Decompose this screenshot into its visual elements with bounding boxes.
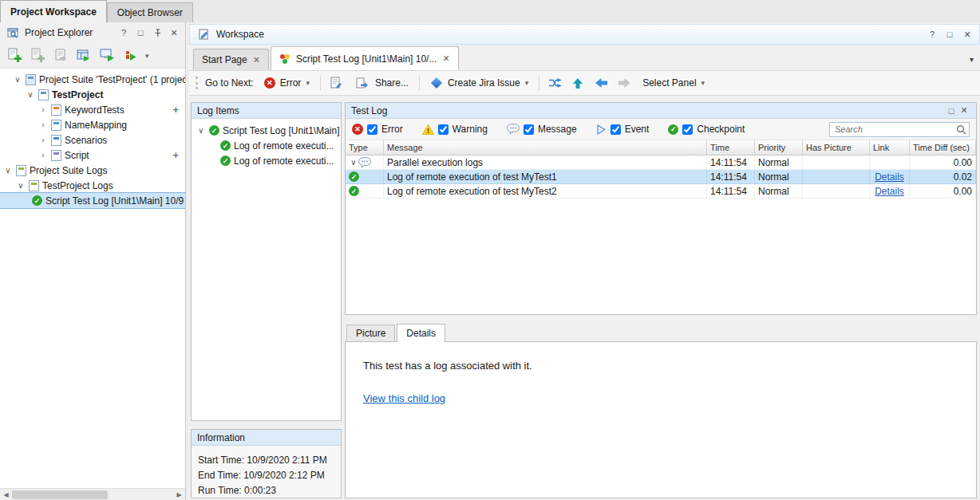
collapse-icon[interactable]: ∨ — [349, 158, 358, 167]
test-log-panel: Test Log □ ✕ ✕ Error ! Warning — [345, 102, 977, 315]
close-button[interactable]: ✕ — [168, 26, 180, 39]
scroll-left-icon[interactable]: ◀ — [0, 489, 12, 500]
workspace-icon — [196, 26, 211, 42]
add-script-button[interactable]: + — [172, 149, 179, 161]
scroll-right-icon[interactable]: ▶ — [173, 489, 185, 500]
project-explorer-header: Project Explorer ? □ ✕ — [0, 22, 185, 43]
message-icon — [507, 124, 520, 135]
add-item-to-project-icon[interactable] — [76, 48, 92, 64]
collapse-icon[interactable]: ∨ — [26, 90, 35, 99]
forward-icon[interactable] — [616, 75, 632, 91]
share-button[interactable]: Share... — [351, 73, 412, 93]
log-table-empty-area — [346, 199, 976, 314]
tab-picture[interactable]: Picture — [346, 325, 395, 341]
log-item-child[interactable]: ✓ Log of remote executi... — [192, 153, 341, 168]
collapse-icon[interactable]: ∨ — [3, 166, 13, 175]
tree-item-project-suite-logs[interactable]: ∨ Project Suite Logs — [0, 163, 185, 178]
tree-item-scenarios[interactable]: › Scenarios — [0, 132, 185, 148]
message-icon — [358, 157, 371, 168]
select-panel-label: Select Panel — [642, 77, 696, 89]
go-to-next-error-button[interactable]: ✕ Error ▾ — [261, 76, 313, 90]
tree-item-test-project[interactable]: ∨ TestProject — [0, 87, 185, 102]
run-project-icon[interactable] — [122, 48, 138, 64]
chevron-down-icon[interactable]: ▾ — [701, 79, 705, 87]
column-header-time[interactable]: Time — [707, 140, 755, 156]
tab-list-caret-icon[interactable]: ▾ — [970, 55, 974, 64]
run-project-suite-icon[interactable] — [99, 48, 115, 64]
log-item-child[interactable]: ✓ Log of remote executi... — [192, 138, 341, 153]
maximize-button[interactable]: □ — [134, 26, 147, 39]
save-log-icon[interactable] — [328, 75, 344, 91]
log-items-root[interactable]: ∨ ✓ Script Test Log [Unit1\Main] — [192, 123, 341, 138]
tree-item-keyword-tests[interactable]: › KeywordTests + — [0, 102, 185, 117]
chevron-down-icon[interactable]: ▾ — [306, 79, 310, 87]
back-icon[interactable] — [593, 75, 609, 91]
details-link[interactable]: Details — [875, 171, 904, 183]
add-keyword-test-button[interactable]: + — [172, 104, 179, 116]
column-header-has-picture[interactable]: Has Picture — [803, 140, 870, 156]
event-checkbox[interactable] — [611, 124, 621, 135]
close-tab-icon[interactable]: ✕ — [253, 55, 260, 65]
error-checkbox[interactable] — [367, 124, 377, 135]
close-button[interactable]: ✕ — [961, 28, 974, 41]
help-button[interactable]: ? — [926, 28, 939, 41]
add-new-project-suite-icon[interactable] — [6, 48, 22, 64]
create-jira-issue-button[interactable]: Create Jira Issue ▾ — [427, 76, 531, 90]
close-button[interactable]: ✕ — [958, 104, 970, 117]
column-header-link[interactable]: Link — [870, 140, 910, 156]
collapse-icon[interactable]: ∨ — [13, 75, 22, 84]
expand-icon[interactable]: › — [38, 136, 48, 144]
log-table-row[interactable]: ∨ Parallel execution logs 14:11:54 Norma… — [346, 156, 976, 170]
warning-checkbox[interactable] — [438, 124, 449, 135]
log-items-title: Log Items — [197, 105, 239, 116]
tree-item-test-project-logs[interactable]: ∨ TestProject Logs — [0, 178, 185, 193]
success-check-icon: ✓ — [220, 140, 231, 151]
collapse-icon[interactable]: ∨ — [16, 181, 26, 190]
search-input[interactable] — [829, 122, 970, 137]
view-child-log-link[interactable]: View this child log — [363, 392, 445, 404]
tree-item-project-suite[interactable]: ∨ Project Suite 'TestProject' (1 project… — [0, 72, 185, 87]
details-link[interactable]: Details — [875, 186, 904, 197]
open-file-icon[interactable] — [53, 48, 69, 64]
column-header-priority[interactable]: Priority — [755, 140, 803, 156]
scrollbar-thumb[interactable] — [12, 490, 108, 499]
success-check-icon: ✓ — [32, 195, 42, 206]
tab-script-test-log[interactable]: Script Test Log [Unit1\Main] 10/... ✕ — [271, 46, 459, 70]
tab-project-workspace[interactable]: Project Workspace — [0, 0, 107, 22]
tree-item-script-test-log[interactable]: ✓ Script Test Log [Unit1\Main] 10/9 — [0, 193, 185, 208]
expand-icon[interactable]: › — [38, 105, 48, 114]
add-new-project-icon[interactable] — [30, 48, 45, 64]
help-button[interactable]: ? — [117, 26, 130, 39]
checkpoint-checkbox[interactable] — [682, 124, 693, 135]
expand-icon[interactable]: › — [38, 151, 48, 159]
select-panel-button[interactable]: Select Panel ▾ — [639, 76, 708, 90]
collapse-icon[interactable]: ∨ — [196, 126, 206, 135]
up-one-level-icon[interactable] — [570, 75, 586, 91]
tree-item-script[interactable]: › Script + — [0, 148, 185, 163]
maximize-button[interactable]: □ — [945, 104, 958, 117]
tab-details[interactable]: Details — [397, 324, 445, 342]
search-icon[interactable] — [956, 124, 966, 135]
run-options-caret-icon[interactable]: ▾ — [145, 52, 149, 60]
chevron-down-icon[interactable]: ▾ — [525, 79, 529, 87]
message-cell: Log of remote execution of test MyTest1 — [384, 170, 707, 184]
expand-icon[interactable]: › — [38, 120, 48, 129]
separator — [320, 76, 321, 90]
type-cell: ✓ — [346, 184, 384, 199]
tab-start-page[interactable]: Start Page ✕ — [193, 49, 269, 70]
log-table-row-selected[interactable]: ✓ Log of remote execution of test MyTest… — [346, 170, 976, 184]
tab-object-browser[interactable]: Object Browser — [107, 2, 193, 22]
tree-item-name-mapping[interactable]: › NameMapping — [0, 117, 185, 132]
horizontal-scrollbar[interactable]: ◀ ▶ — [0, 488, 185, 500]
parallel-logs-icon[interactable] — [547, 75, 563, 91]
scrollbar-track[interactable] — [12, 489, 173, 500]
message-checkbox[interactable] — [524, 124, 534, 135]
column-header-message[interactable]: Message — [384, 140, 707, 156]
column-header-time-diff[interactable]: Time Diff (sec) — [910, 140, 976, 156]
pin-icon[interactable] — [151, 26, 164, 39]
log-table-row[interactable]: ✓ Log of remote execution of test MyTest… — [346, 184, 976, 199]
close-tab-icon[interactable]: ✕ — [442, 53, 449, 64]
column-header-type[interactable]: Type — [346, 140, 384, 156]
project-explorer-panel: Project Explorer ? □ ✕ — [0, 22, 186, 500]
maximize-button[interactable]: □ — [943, 28, 956, 41]
